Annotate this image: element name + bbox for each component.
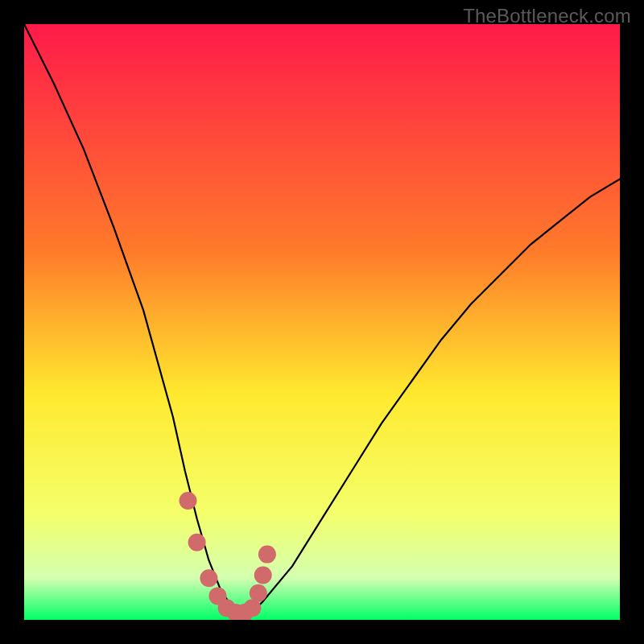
marker-dot: [250, 584, 267, 602]
marker-dot: [180, 492, 197, 510]
plot-area: [24, 24, 620, 620]
marker-dot: [254, 567, 272, 584]
marker-dot: [200, 569, 217, 587]
chart-svg: [24, 24, 620, 620]
marker-dot: [258, 546, 276, 564]
chart-frame: TheBottleneck.com: [0, 0, 644, 644]
marker-dot: [188, 534, 206, 551]
gradient-background: [24, 24, 620, 620]
